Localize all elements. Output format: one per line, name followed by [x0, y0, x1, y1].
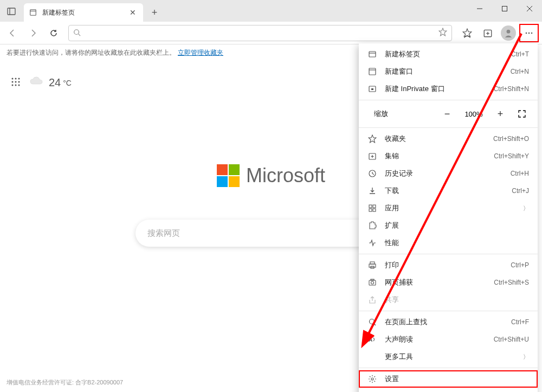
svg-rect-29	[369, 68, 376, 75]
share-icon	[367, 295, 377, 305]
license-footer: 增值电信业务经营许可证: 合字B2-20090007	[7, 378, 123, 387]
menu-favorites[interactable]: 收藏夹 Ctrl+Shift+O	[359, 130, 538, 147]
svg-point-23	[18, 81, 20, 82]
search-placeholder: 搜索网页	[147, 228, 180, 239]
svg-point-47	[370, 319, 375, 324]
cloud-icon	[29, 76, 43, 89]
new-window-icon	[367, 67, 377, 76]
menu-collections[interactable]: 集锦 Ctrl+Shift+Y	[359, 147, 538, 165]
menu-settings[interactable]: 设置	[359, 370, 538, 388]
svg-point-50	[371, 378, 373, 380]
menu-performance[interactable]: 性能	[359, 234, 538, 252]
menu-history[interactable]: 历史记录 Ctrl+H	[359, 165, 538, 182]
menu-new-window[interactable]: 新建窗口 Ctrl+N	[359, 63, 538, 80]
new-tab-button[interactable]: +	[146, 4, 163, 21]
svg-point-8	[74, 29, 79, 34]
read-aloud-icon: A	[367, 335, 377, 344]
svg-rect-39	[369, 209, 372, 211]
chevron-right-icon: 〉	[523, 204, 529, 213]
titlebar: 新建标签页 ✕ +	[0, 0, 542, 22]
microsoft-logo-icon	[217, 164, 240, 187]
svg-rect-0	[8, 8, 15, 15]
maximize-button[interactable]	[492, 0, 517, 17]
browser-tab[interactable]: 新建标签页 ✕	[24, 3, 143, 22]
performance-icon	[367, 238, 377, 248]
profile-avatar[interactable]	[499, 24, 518, 42]
refresh-button[interactable]	[44, 24, 63, 42]
svg-point-14	[507, 29, 511, 33]
svg-rect-2	[30, 10, 36, 16]
svg-point-17	[531, 32, 533, 34]
back-button[interactable]	[3, 24, 22, 42]
favorites-icon[interactable]	[457, 24, 477, 42]
svg-point-25	[15, 84, 17, 86]
apps-grid-icon[interactable]	[11, 77, 21, 89]
favorite-star-icon[interactable]	[438, 28, 447, 38]
star-icon	[367, 134, 377, 144]
svg-point-26	[18, 84, 20, 86]
gear-icon	[367, 374, 377, 384]
camera-icon	[367, 278, 377, 287]
collections-icon[interactable]	[478, 24, 498, 42]
tab-actions-icon[interactable]	[3, 3, 20, 20]
svg-point-24	[12, 84, 14, 86]
print-icon	[367, 260, 377, 270]
fullscreen-button[interactable]	[514, 110, 530, 118]
more-menu-button[interactable]	[519, 24, 539, 42]
svg-rect-32	[371, 88, 373, 90]
svg-point-16	[528, 32, 530, 34]
minimize-button[interactable]	[467, 0, 492, 17]
history-icon	[367, 169, 377, 178]
svg-point-45	[371, 281, 374, 284]
svg-rect-38	[373, 205, 376, 208]
tab-title: 新建标签页	[42, 8, 124, 17]
zoom-value: 100%	[461, 110, 487, 118]
weather-widget[interactable]: 24 °C	[29, 76, 72, 89]
svg-rect-40	[373, 209, 376, 211]
svg-line-48	[374, 324, 376, 326]
svg-text:A: A	[369, 337, 372, 343]
svg-rect-46	[371, 279, 374, 280]
menu-new-inprivate[interactable]: 新建 InPrivate 窗口 Ctrl+Shift+N	[359, 80, 538, 98]
search-icon	[73, 29, 82, 37]
address-bar[interactable]	[68, 25, 452, 41]
menu-read-aloud[interactable]: A 大声朗读 Ctrl+Shift+U	[359, 331, 538, 348]
page-icon	[29, 8, 38, 17]
forward-button[interactable]	[24, 24, 42, 42]
menu-find[interactable]: 在页面上查找 Ctrl+F	[359, 313, 538, 331]
more-menu-dropdown: 新建标签页 Ctrl+T 新建窗口 Ctrl+N 新建 InPrivate 窗口…	[359, 43, 538, 392]
svg-point-19	[15, 78, 17, 79]
svg-point-21	[12, 81, 14, 82]
svg-rect-42	[369, 264, 376, 267]
download-icon	[367, 186, 377, 196]
menu-new-tab[interactable]: 新建标签页 Ctrl+T	[359, 46, 538, 63]
menu-downloads[interactable]: 下载 Ctrl+J	[359, 182, 538, 200]
svg-rect-37	[369, 205, 372, 208]
zoom-in-button[interactable]: +	[492, 106, 508, 122]
apps-icon	[367, 203, 377, 213]
menu-apps[interactable]: 应用 〉	[359, 200, 538, 217]
menu-share: 共享	[359, 291, 538, 309]
menu-extensions[interactable]: 扩展	[359, 217, 538, 234]
inprivate-icon	[367, 84, 377, 94]
weather-unit: °C	[63, 79, 72, 87]
manage-favorites-link[interactable]: 立即管理收藏夹	[178, 48, 223, 57]
menu-more-tools[interactable]: 更多工具 〉	[359, 348, 538, 365]
window-controls	[467, 0, 542, 17]
svg-point-15	[526, 32, 527, 34]
menu-print[interactable]: 打印 Ctrl+P	[359, 256, 538, 274]
zoom-out-button[interactable]: −	[439, 106, 455, 122]
menu-help[interactable]: ? 帮助和反馈 〉	[359, 388, 538, 392]
svg-point-20	[18, 78, 20, 79]
weather-temp: 24	[49, 76, 61, 89]
new-tab-icon	[367, 49, 377, 59]
tab-close-icon[interactable]: ✕	[128, 8, 138, 17]
find-icon	[367, 317, 377, 327]
menu-zoom: 缩放 − 100% +	[359, 102, 538, 125]
bookmark-hint: 若要进行快速访问，请将你的网址收藏放在此收藏夹栏上。	[7, 48, 176, 57]
extensions-icon	[367, 221, 377, 230]
menu-web-capture[interactable]: 网页捕获 Ctrl+Shift+S	[359, 274, 538, 291]
chevron-right-icon: 〉	[523, 353, 529, 361]
toolbar	[0, 22, 542, 44]
close-window-button[interactable]	[517, 0, 542, 17]
